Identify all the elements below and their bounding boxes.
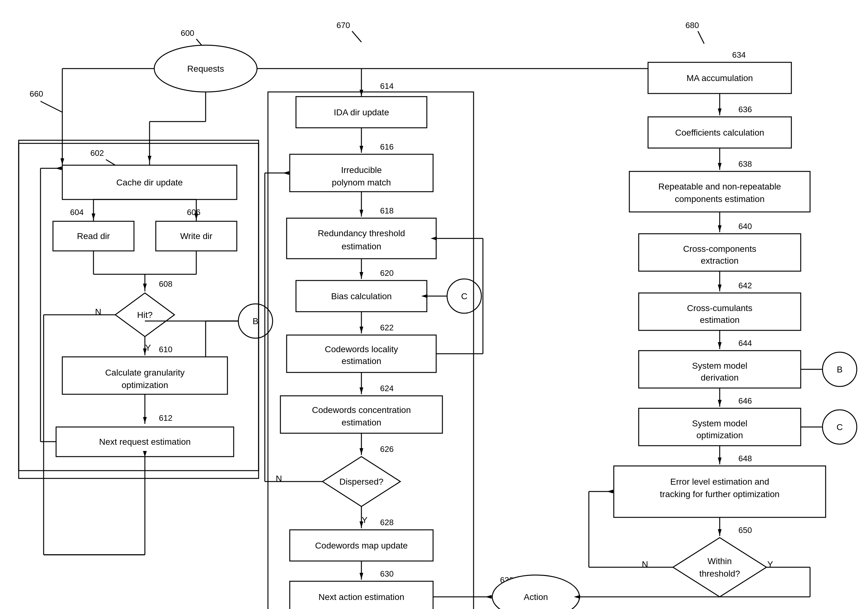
svg-marker-8 bbox=[148, 156, 152, 162]
cross-components-label2: extraction bbox=[701, 256, 738, 266]
system-model-opt-label2: optimization bbox=[696, 430, 743, 440]
ref-622: 622 bbox=[380, 323, 394, 332]
within-threshold-label2: threshold? bbox=[699, 569, 740, 578]
ref-600: 600 bbox=[181, 28, 194, 38]
ref-602: 602 bbox=[90, 148, 104, 158]
error-level-label2: tracking for further optimization bbox=[660, 489, 780, 499]
svg-marker-61 bbox=[360, 573, 363, 579]
ida-dir-update-label: IDA dir update bbox=[334, 107, 389, 117]
bias-calc-label: Bias calculation bbox=[331, 291, 392, 301]
ref-634: 634 bbox=[732, 50, 746, 59]
next-request-label: Next request estimation bbox=[99, 437, 191, 447]
svg-marker-57 bbox=[283, 171, 289, 175]
ref-638: 638 bbox=[738, 159, 752, 169]
requests-label: Requests bbox=[187, 64, 224, 73]
repeatable-nonrep-label2: components estimation bbox=[675, 194, 764, 204]
connector-b-left-label: B bbox=[253, 316, 259, 326]
ref-636: 636 bbox=[738, 105, 752, 114]
svg-marker-73 bbox=[718, 225, 722, 231]
svg-marker-41 bbox=[360, 146, 363, 152]
svg-marker-11 bbox=[91, 213, 95, 220]
ref-606: 606 bbox=[187, 208, 200, 217]
ref-660: 660 bbox=[29, 89, 43, 98]
ref-612: 612 bbox=[159, 413, 172, 423]
system-model-deriv-label1: System model bbox=[692, 361, 747, 371]
ref-630: 630 bbox=[380, 569, 394, 578]
svg-marker-45 bbox=[360, 272, 363, 278]
coeff-calc-label: Coefficients calculation bbox=[675, 128, 764, 137]
action-label: Action bbox=[524, 592, 548, 602]
write-dir-label: Write dir bbox=[180, 231, 212, 241]
cache-dir-update-label: Cache dir update bbox=[116, 178, 183, 187]
codewords-concentration-label2: estimation bbox=[341, 418, 381, 427]
ref-680: 680 bbox=[685, 20, 699, 30]
codewords-locality-label1: Codewords locality bbox=[325, 344, 398, 354]
ref-628: 628 bbox=[380, 518, 394, 527]
redundancy-threshold-label2: estimation bbox=[341, 242, 381, 251]
ref-646: 646 bbox=[738, 396, 752, 405]
ref-614: 614 bbox=[380, 81, 394, 91]
calc-granularity-label1: Calculate granularity bbox=[105, 368, 184, 378]
calc-granularity-label2: optimization bbox=[121, 380, 168, 390]
redundancy-threshold-label1: Redundancy threshold bbox=[318, 228, 405, 238]
svg-marker-32 bbox=[56, 166, 62, 170]
redundancy-threshold-node bbox=[287, 218, 436, 259]
cross-cumulants-label1: Cross-cumulants bbox=[687, 303, 752, 313]
diagram-container: 660 600 670 680 Requests 602 Cache dir u… bbox=[0, 0, 868, 609]
svg-line-2 bbox=[352, 31, 361, 42]
ref-604: 604 bbox=[70, 208, 84, 217]
svg-marker-75 bbox=[718, 284, 722, 291]
svg-line-4 bbox=[106, 160, 115, 165]
svg-marker-83 bbox=[718, 458, 722, 464]
ref-648: 648 bbox=[738, 454, 752, 463]
svg-line-3 bbox=[698, 31, 704, 44]
svg-marker-101 bbox=[60, 158, 64, 165]
hit-label: Hit? bbox=[137, 310, 153, 320]
svg-marker-89 bbox=[607, 489, 613, 493]
svg-marker-49 bbox=[360, 327, 363, 333]
ref-626: 626 bbox=[380, 444, 394, 454]
ref-620: 620 bbox=[380, 268, 394, 278]
ref-616: 616 bbox=[380, 142, 394, 151]
next-action-label: Next action estimation bbox=[318, 592, 404, 602]
connector-c-mid-label: C bbox=[461, 291, 467, 301]
ref-618: 618 bbox=[380, 206, 394, 215]
ref-642: 642 bbox=[738, 281, 752, 290]
repeatable-nonrep-node bbox=[629, 171, 810, 212]
ref-610: 610 bbox=[159, 345, 172, 354]
ref-670: 670 bbox=[336, 20, 350, 30]
svg-marker-53 bbox=[360, 448, 363, 454]
system-model-deriv-label2: derivation bbox=[701, 373, 738, 382]
ref-608: 608 bbox=[159, 279, 172, 289]
within-threshold-label1: Within bbox=[708, 556, 732, 566]
irreducible-polynom-label1: Irreducible bbox=[341, 165, 382, 175]
read-dir-label: Read dir bbox=[77, 231, 110, 241]
svg-line-0 bbox=[40, 101, 62, 112]
svg-marker-39 bbox=[360, 90, 363, 96]
ref-624: 624 bbox=[380, 384, 394, 393]
cross-cumulants-label2: estimation bbox=[700, 315, 739, 325]
svg-marker-21 bbox=[143, 284, 147, 290]
svg-marker-85 bbox=[718, 529, 722, 536]
svg-marker-71 bbox=[718, 163, 722, 169]
cross-components-label1: Cross-components bbox=[683, 244, 756, 254]
system-model-opt-label1: System model bbox=[692, 419, 747, 428]
irreducible-polynom-label2: polynom match bbox=[332, 178, 391, 187]
svg-marker-77 bbox=[718, 342, 722, 348]
svg-marker-80 bbox=[718, 400, 722, 406]
codewords-concentration-label1: Codewords concentration bbox=[312, 405, 411, 415]
dispersed-label: Dispersed? bbox=[339, 477, 383, 486]
error-level-label1: Error level estimation and bbox=[670, 477, 769, 486]
ref-640: 640 bbox=[738, 222, 752, 231]
svg-marker-28 bbox=[143, 417, 147, 423]
connector-c-right-label: C bbox=[837, 422, 843, 432]
codewords-map-label: Codewords map update bbox=[315, 541, 408, 550]
codewords-locality-label2: estimation bbox=[341, 356, 381, 366]
svg-marker-51 bbox=[360, 387, 363, 394]
connector-b-right-label: B bbox=[837, 365, 843, 374]
ref-644: 644 bbox=[738, 339, 752, 348]
ma-accumulation-label: MA accumulation bbox=[687, 73, 753, 83]
ref-650: 650 bbox=[738, 525, 752, 535]
svg-marker-63 bbox=[485, 595, 491, 599]
within-threshold-node bbox=[673, 538, 766, 597]
